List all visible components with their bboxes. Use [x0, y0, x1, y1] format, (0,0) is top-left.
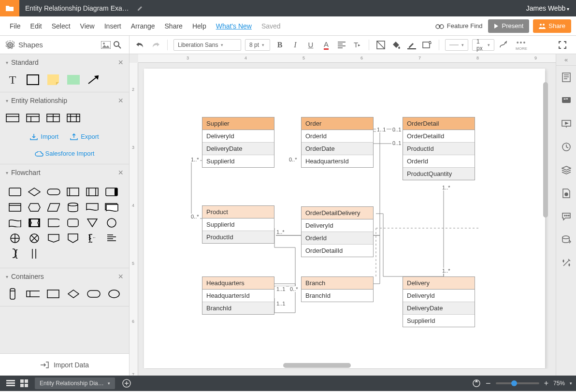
flow-shape[interactable]: [104, 233, 119, 244]
flow-shape[interactable]: [104, 218, 119, 228]
pencil-icon[interactable]: [137, 5, 144, 12]
fontsize-selector[interactable]: 8 pt: [245, 39, 270, 51]
flow-shape[interactable]: [27, 187, 42, 197]
grid-view-icon[interactable]: [17, 377, 31, 389]
border-color-icon[interactable]: [406, 39, 418, 51]
import-data-button[interactable]: Import Data: [0, 353, 129, 376]
undo-icon[interactable]: [134, 39, 146, 51]
import-link[interactable]: Import: [30, 133, 58, 140]
shape-block[interactable]: [67, 74, 80, 85]
flow-shape[interactable]: [27, 202, 42, 213]
page[interactable]: Supplier DeliveryId DeliveryDate Supplie…: [144, 69, 545, 368]
flow-shape[interactable]: [85, 202, 100, 213]
export-link[interactable]: Export: [70, 133, 99, 140]
menu-arrange[interactable]: Arrange: [126, 22, 160, 30]
container-shape[interactable]: [26, 289, 40, 299]
rail-chat-icon[interactable]: [556, 205, 576, 228]
text-options-icon[interactable]: T▸: [351, 39, 363, 51]
search-icon[interactable]: [112, 39, 123, 51]
flow-shape[interactable]: [27, 248, 42, 259]
fill-icon[interactable]: [390, 39, 402, 51]
rail-notes-icon[interactable]: [556, 66, 576, 89]
flow-shape[interactable]: {: [8, 248, 22, 259]
shelf-containers[interactable]: Containers×: [0, 268, 129, 285]
close-icon[interactable]: ×: [118, 168, 123, 178]
line-style-selector[interactable]: [445, 39, 468, 51]
shelf-er[interactable]: Entity Relationship×: [0, 92, 129, 109]
entity-orderdetail[interactable]: OrderDetail OrderDetailId ProductId Orde…: [403, 117, 475, 180]
er-shape-2[interactable]: [26, 113, 40, 123]
redo-icon[interactable]: [150, 39, 161, 51]
flow-shape[interactable]: [8, 233, 22, 244]
flow-shape[interactable]: [8, 218, 22, 228]
flow-shape[interactable]: [104, 187, 119, 197]
flow-shape[interactable]: [85, 187, 100, 197]
flow-shape[interactable]: [46, 233, 61, 244]
rail-comments-icon[interactable]: ❝❞: [556, 89, 576, 112]
autosave-icon[interactable]: [472, 379, 481, 388]
entity-supplier[interactable]: Supplier DeliveryId DeliveryDate Supplie…: [202, 117, 274, 168]
italic-icon[interactable]: I: [289, 39, 301, 51]
align-icon[interactable]: [336, 39, 347, 51]
rail-layers-icon[interactable]: [556, 159, 576, 182]
container-shape[interactable]: [46, 289, 60, 299]
zoom-value[interactable]: 75%: [553, 380, 565, 387]
shelf-standard[interactable]: Standard×: [0, 54, 129, 71]
flow-shape[interactable]: [66, 202, 80, 213]
flow-shape[interactable]: [46, 218, 61, 228]
container-shape[interactable]: [107, 289, 121, 299]
flow-shape[interactable]: [8, 187, 22, 197]
shape-note[interactable]: [46, 74, 60, 85]
shape-arrow[interactable]: [87, 74, 101, 85]
close-icon[interactable]: ×: [118, 272, 123, 282]
gear-icon[interactable]: [6, 41, 14, 49]
line-options-icon[interactable]: [498, 39, 510, 51]
container-shape[interactable]: [87, 289, 101, 299]
entity-delivery[interactable]: Delivery DeliveryId DeliveryDate Supplie…: [403, 276, 475, 327]
font-selector[interactable]: Liberation Sans: [173, 39, 241, 51]
zoom-in-icon[interactable]: +: [544, 379, 548, 388]
close-icon[interactable]: ×: [118, 96, 123, 106]
text-color-icon[interactable]: A: [320, 39, 332, 51]
rail-history-icon[interactable]: [556, 135, 576, 159]
flow-shape[interactable]: [27, 233, 42, 244]
collapse-icon[interactable]: «: [556, 54, 576, 66]
entity-orderdetaildelivery[interactable]: OrderDetailDelivery DeliveryId OrderId O…: [301, 206, 374, 257]
scrollbar-horizontal[interactable]: [283, 363, 351, 368]
flow-shape[interactable]: [66, 187, 80, 197]
entity-headquarters[interactable]: Headquarters HeadquartersId BranchId: [202, 276, 274, 315]
bold-icon[interactable]: B: [274, 39, 286, 51]
close-icon[interactable]: ×: [118, 58, 123, 68]
flow-shape[interactable]: [66, 233, 80, 244]
flow-shape[interactable]: }∙∙: [85, 233, 100, 244]
er-shape-3[interactable]: [46, 113, 60, 123]
salesforce-import-link[interactable]: Salesforce Import: [6, 150, 123, 157]
feature-find[interactable]: Feature Find: [435, 22, 483, 29]
container-shape[interactable]: [6, 289, 19, 299]
rail-present-icon[interactable]: [556, 112, 576, 135]
folder-icon[interactable]: [0, 0, 19, 16]
rail-magic-icon[interactable]: [556, 251, 576, 275]
container-shape[interactable]: [67, 289, 80, 299]
page-tab[interactable]: Entity Relationship Dia…: [35, 377, 115, 389]
menu-help[interactable]: Help: [187, 22, 211, 30]
flow-shape[interactable]: [8, 202, 22, 213]
flow-shape[interactable]: [66, 218, 80, 228]
more-button[interactable]: •••MORE: [516, 39, 527, 51]
menu-file[interactable]: File: [5, 22, 26, 30]
menu-insert[interactable]: Insert: [100, 22, 126, 30]
er-shape-4[interactable]: [67, 113, 80, 123]
share-button[interactable]: Share: [533, 19, 571, 33]
menu-share[interactable]: Share: [160, 22, 187, 30]
canvas[interactable]: Supplier DeliveryId DeliveryDate Supplie…: [138, 63, 549, 369]
entity-branch[interactable]: Branch BranchId: [301, 276, 374, 302]
er-shape-1[interactable]: [6, 113, 19, 123]
document-title[interactable]: Entity Relationship Diagram Exa…: [19, 4, 135, 12]
image-icon[interactable]: [100, 39, 112, 51]
rail-page-icon[interactable]: [556, 182, 576, 205]
user-menu[interactable]: James Webb: [519, 4, 576, 12]
zoom-slider[interactable]: [496, 382, 539, 384]
menu-whatsnew[interactable]: What's New: [211, 22, 257, 30]
list-view-icon[interactable]: [4, 377, 17, 389]
entity-order[interactable]: Order OrderId OrderDate HeadquartersId: [301, 117, 374, 168]
